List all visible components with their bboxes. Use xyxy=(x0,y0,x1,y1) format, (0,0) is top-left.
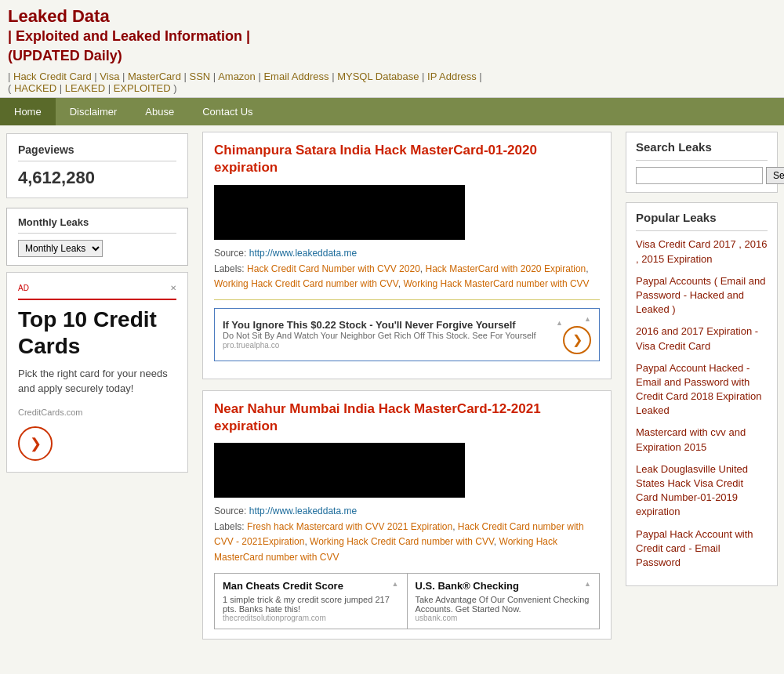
post-1-label-4[interactable]: Working Hack MasterCard number with CVV xyxy=(403,278,589,289)
post-1: Chimanpura Satara India Hack MasterCard-… xyxy=(202,132,612,379)
link-exploited[interactable]: EXPLOITED xyxy=(114,82,171,94)
nav-abuse[interactable]: Abuse xyxy=(131,98,188,125)
nav-disclaimer[interactable]: Disclaimer xyxy=(56,98,132,125)
ad-cta-button[interactable]: ❯ xyxy=(18,426,53,461)
link-visa[interactable]: Visa xyxy=(100,71,119,82)
search-title: Search Leaks xyxy=(636,140,768,154)
search-box: Search Leaks Search × xyxy=(626,132,778,193)
post-2-labels: Labels: Fresh hack Mastercard with CVV 2… xyxy=(214,520,600,565)
post-2-title[interactable]: Near Nahur Mumbai India Hack MasterCard-… xyxy=(214,400,600,435)
post-1-title[interactable]: Chimanpura Satara India Hack MasterCard-… xyxy=(214,142,600,176)
post-1-ad-title: If You Ignore This $0.22 Stock - You'll … xyxy=(223,319,563,331)
right-sidebar: Search Leaks Search × Popular Leaks Visa… xyxy=(619,125,784,656)
nav: Home Disclaimer Abuse Contact Us xyxy=(0,98,784,125)
link-leaked[interactable]: LEAKED xyxy=(65,82,105,94)
post-1-ad-arrow[interactable]: ❯ xyxy=(563,326,591,354)
post-1-source: Source: http://www.leakeddata.me xyxy=(214,248,600,259)
post-2-ad-col2-url: usbank.com xyxy=(416,614,592,622)
post-2-ad-col1-title: Man Cheats Credit Score xyxy=(223,580,399,592)
popular-link-6[interactable]: Leak Douglasville United States Hack Vis… xyxy=(636,462,768,520)
search-input[interactable] xyxy=(636,167,763,184)
search-button[interactable]: Search xyxy=(766,167,784,184)
ad-close[interactable]: ✕ xyxy=(170,284,176,292)
pageviews-label: Pageviews xyxy=(18,143,176,156)
monthly-leaks-label: Monthly Leaks xyxy=(18,216,176,228)
search-row: Search × xyxy=(636,167,768,184)
popular-link-7[interactable]: Paypal Hack Account with Credit card - E… xyxy=(636,527,768,571)
post-2-ad-col1-desc: 1 simple trick & my credit score jumped … xyxy=(223,595,399,614)
post-2-bottom-ad: ▲ Man Cheats Credit Score 1 simple trick… xyxy=(214,573,600,629)
pageviews-box: Pageviews 4,612,280 xyxy=(6,133,188,198)
link-ip-address[interactable]: IP Address xyxy=(427,71,477,82)
ad-top-line: AD xyxy=(18,284,29,292)
post-2-ad-col1: ▲ Man Cheats Credit Score 1 simple trick… xyxy=(215,574,408,629)
nav-home[interactable]: Home xyxy=(0,98,56,125)
post-2: Near Nahur Mumbai India Hack MasterCard-… xyxy=(202,390,612,640)
post-2-ad-col2-desc: Take Advantage Of Our Convenient Checkin… xyxy=(416,595,592,614)
post-2-image xyxy=(214,443,465,498)
ad-big-title: Top 10 Credit Cards xyxy=(18,306,176,359)
post-2-source: Source: http://www.leakeddata.me xyxy=(214,506,600,516)
ad-flag: ▲ xyxy=(584,315,591,323)
monthly-leaks-select[interactable]: Monthly Leaks xyxy=(18,240,103,257)
link-hacked[interactable]: HACKED xyxy=(14,82,56,94)
left-sidebar: Pageviews 4,612,280 Monthly Leaks Monthl… xyxy=(0,125,194,656)
ad-source: CreditCards.com xyxy=(18,408,176,417)
header-links: | Hack Credit Card | Visa | MasterCard |… xyxy=(8,71,776,94)
nav-contact[interactable]: Contact Us xyxy=(188,98,267,125)
post-1-labels: Labels: Hack Credit Card Number with CVV… xyxy=(214,262,600,292)
center-content: Chimanpura Satara India Hack MasterCard-… xyxy=(194,125,619,656)
post-1-label-3[interactable]: Working Hack Credit Card number with CVV xyxy=(214,278,398,289)
link-mastercard[interactable]: MasterCard xyxy=(128,71,181,82)
monthly-leaks-box: Monthly Leaks Monthly Leaks xyxy=(6,208,188,266)
ad-col1-flag: ▲ xyxy=(392,580,399,588)
post-2-source-link[interactable]: http://www.leakeddata.me xyxy=(249,506,357,516)
ad-desc: Pick the right card for your needs and a… xyxy=(18,366,176,397)
post-1-source-link[interactable]: http://www.leakeddata.me xyxy=(249,248,357,259)
link-hack-credit-card[interactable]: Hack Credit Card xyxy=(13,71,92,82)
popular-link-4[interactable]: Paypal Account Hacked - Email and Passwo… xyxy=(636,361,768,419)
post-1-label-1[interactable]: Hack Credit Card Number with CVV 2020 xyxy=(247,263,420,274)
ad-col2-flag: ▲ xyxy=(584,580,591,588)
link-email-address[interactable]: Email Address xyxy=(263,71,328,82)
link-amazon[interactable]: Amazon xyxy=(218,71,256,82)
post-2-label-3[interactable]: Working Hack Credit Card number with CVV xyxy=(310,536,494,547)
post-1-ad-desc: Do Not Sit By And Watch Your Neighbor Ge… xyxy=(223,331,563,350)
ad-label: ▲ xyxy=(556,319,563,327)
pageviews-count: 4,612,280 xyxy=(18,168,176,188)
post-2-ad-col2-title: U.S. Bank® Checking xyxy=(416,580,592,592)
site-title-2: | Exploited and Leaked Information | (UP… xyxy=(8,27,776,66)
header: Leaked Data | Exploited and Leaked Infor… xyxy=(0,0,784,98)
link-mysql[interactable]: MYSQL Database xyxy=(337,71,419,82)
post-2-ad-col1-url: thecreditsolutionprogram.com xyxy=(223,614,399,622)
post-2-label-1[interactable]: Fresh hack Mastercard with CVV 2021 Expi… xyxy=(247,521,452,532)
popular-link-3[interactable]: 2016 and 2017 Expiration - Visa Credit C… xyxy=(636,324,768,353)
popular-leaks-title: Popular Leaks xyxy=(636,211,768,224)
popular-link-1[interactable]: Visa Credit Card 2017 , 2016 , 2015 Expi… xyxy=(636,237,768,266)
left-ad-box: AD ✕ Top 10 Credit Cards Pick the right … xyxy=(6,272,188,472)
site-title-1: Leaked Data xyxy=(8,6,776,27)
post-1-image xyxy=(214,185,465,240)
post-1-label-2[interactable]: Hack MasterCard with 2020 Expiration xyxy=(425,263,586,274)
popular-leaks-box: Popular Leaks Visa Credit Card 2017 , 20… xyxy=(626,202,778,586)
post-2-ad-col2: ▲ U.S. Bank® Checking Take Advantage Of … xyxy=(408,574,600,629)
post-1-ad: ▲ If You Ignore This $0.22 Stock - You'l… xyxy=(214,308,600,361)
main-layout: Pageviews 4,612,280 Monthly Leaks Monthl… xyxy=(0,125,784,656)
link-ssn[interactable]: SSN xyxy=(190,71,211,82)
popular-link-2[interactable]: Paypal Accounts ( Email and Password - H… xyxy=(636,274,768,317)
popular-link-5[interactable]: Mastercard with cvv and Expiration 2015 xyxy=(636,426,768,454)
